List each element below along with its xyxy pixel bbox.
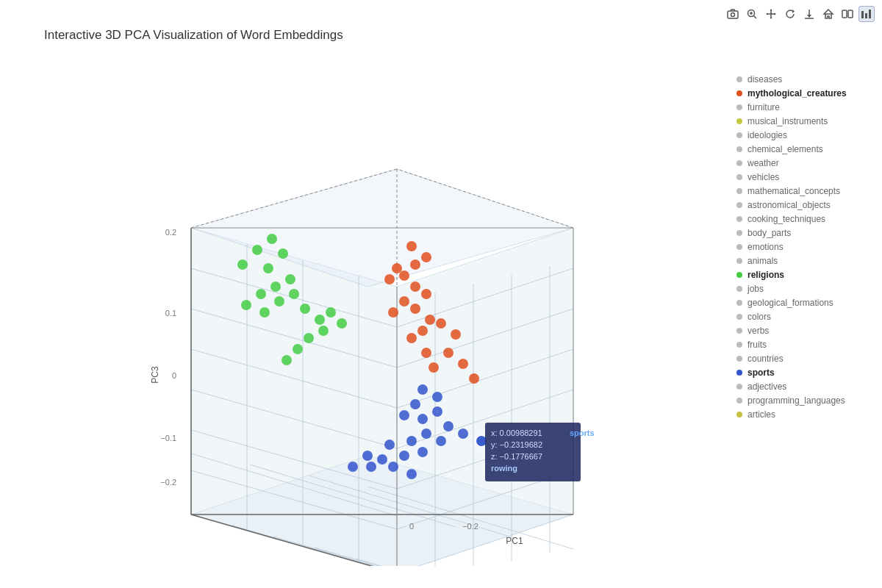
- legend-item-chemical_elements[interactable]: chemical_elements: [735, 143, 875, 155]
- download-icon[interactable]: [801, 6, 817, 22]
- legend-item-emotions[interactable]: emotions: [735, 241, 875, 253]
- legend-item-body_parts[interactable]: body_parts: [735, 227, 875, 239]
- svg-text:0: 0: [409, 522, 414, 531]
- legend-label-articles: articles: [747, 409, 775, 420]
- legend-dot-articles: [736, 412, 742, 417]
- legend-item-vehicles[interactable]: vehicles: [735, 171, 875, 183]
- svg-point-97: [421, 252, 431, 262]
- legend-label-geological_formations: geological_formations: [747, 298, 833, 308]
- legend-dot-sports: [736, 370, 742, 376]
- legend-dot-cooking_techniques: [736, 216, 742, 222]
- svg-point-121: [417, 414, 428, 424]
- legend-dot-chemical_elements: [736, 146, 742, 152]
- legend-item-articles[interactable]: articles: [735, 409, 875, 420]
- legend-item-sports[interactable]: sports: [735, 367, 875, 379]
- legend-item-ideologies[interactable]: ideologies: [735, 129, 875, 141]
- page-title: Interactive 3D PCA Visualization of Word…: [44, 28, 343, 43]
- legend-label-mythological_creatures: mythological_creatures: [747, 88, 847, 98]
- svg-point-136: [362, 451, 373, 461]
- legend-item-fruits[interactable]: fruits: [735, 339, 875, 351]
- svg-point-93: [304, 333, 314, 343]
- legend-dot-body_parts: [736, 230, 742, 236]
- svg-point-118: [432, 392, 442, 402]
- svg-text:0.2: 0.2: [165, 228, 176, 237]
- legend-item-colors[interactable]: colors: [735, 311, 875, 323]
- svg-text:PC3: PC3: [150, 366, 160, 384]
- legend-item-furniture[interactable]: furniture: [735, 101, 875, 113]
- zoom-icon[interactable]: [744, 6, 760, 22]
- legend-item-geological_formations[interactable]: geological_formations: [735, 297, 875, 309]
- legend-item-astronomical_objects[interactable]: astronomical_objects: [735, 199, 875, 211]
- svg-rect-19: [861, 11, 864, 18]
- legend-dot-colors: [736, 314, 742, 320]
- legend-dot-astronomical_objects: [736, 202, 742, 208]
- svg-line-3: [754, 16, 757, 19]
- legend-item-religions[interactable]: religions: [735, 269, 875, 281]
- svg-point-87: [289, 289, 299, 299]
- legend-dot-verbs: [736, 328, 742, 334]
- svg-point-1: [731, 13, 735, 17]
- svg-point-113: [458, 359, 468, 369]
- svg-marker-9: [770, 18, 772, 20]
- svg-marker-12: [792, 10, 795, 13]
- svg-text:sports: sports: [570, 429, 595, 437]
- svg-point-95: [282, 355, 292, 365]
- svg-point-86: [274, 296, 284, 306]
- svg-point-128: [384, 440, 395, 450]
- svg-marker-11: [775, 13, 777, 15]
- legend-dot-religions: [736, 272, 742, 278]
- legend-item-weather[interactable]: weather: [735, 157, 875, 169]
- pan-icon[interactable]: [763, 6, 779, 22]
- legend-item-adjectives[interactable]: adjectives: [735, 381, 875, 392]
- camera-icon[interactable]: [725, 6, 741, 22]
- legend-dot-weather: [736, 160, 742, 166]
- legend-item-musical_instruments[interactable]: musical_instruments: [735, 115, 875, 127]
- svg-point-127: [399, 451, 409, 461]
- legend-label-musical_instruments: musical_instruments: [747, 116, 828, 126]
- legend-item-mathematical_concepts[interactable]: mathematical_concepts: [735, 185, 875, 197]
- svg-text:−0.2: −0.2: [462, 522, 478, 531]
- chart-area[interactable]: 0.2 0.1 0 −0.1 −0.2 PC3 0 −0.2 PC1 0.2 0…: [15, 59, 720, 566]
- legend-label-body_parts: body_parts: [747, 228, 791, 238]
- svg-point-92: [318, 326, 329, 336]
- legend-label-weather: weather: [747, 158, 779, 168]
- svg-point-107: [425, 315, 435, 325]
- chart-icon[interactable]: [858, 6, 875, 22]
- svg-text:−0.2: −0.2: [160, 478, 176, 487]
- legend-label-ideologies: ideologies: [747, 130, 787, 140]
- svg-text:PC1: PC1: [506, 536, 523, 546]
- legend-dot-countries: [736, 356, 742, 362]
- legend-item-countries[interactable]: countries: [735, 353, 875, 365]
- legend-label-vehicles: vehicles: [747, 172, 779, 182]
- svg-point-119: [410, 399, 420, 409]
- legend-item-jobs[interactable]: jobs: [735, 283, 875, 295]
- svg-rect-20: [865, 13, 867, 18]
- svg-point-90: [326, 307, 336, 318]
- svg-point-126: [417, 447, 428, 457]
- reset-icon[interactable]: [782, 6, 798, 22]
- svg-point-123: [421, 429, 431, 439]
- svg-rect-18: [848, 10, 853, 18]
- legend-item-verbs[interactable]: verbs: [735, 325, 875, 337]
- svg-point-91: [337, 318, 347, 329]
- svg-point-105: [388, 307, 398, 318]
- legend-item-diseases[interactable]: diseases: [735, 74, 875, 85]
- legend-label-cooking_techniques: cooking_techniques: [747, 214, 825, 224]
- svg-point-98: [410, 259, 420, 270]
- svg-point-77: [267, 234, 277, 244]
- svg-marker-10: [766, 13, 768, 15]
- svg-point-124: [406, 436, 417, 446]
- legend-item-programming_languages[interactable]: programming_languages: [735, 395, 875, 406]
- svg-point-106: [410, 304, 420, 314]
- legend-item-mythological_creatures[interactable]: mythological_creatures: [735, 87, 875, 99]
- home-icon[interactable]: [820, 6, 836, 22]
- svg-point-109: [406, 333, 417, 343]
- compare-icon[interactable]: [839, 6, 856, 22]
- svg-point-132: [348, 462, 358, 472]
- legend-dot-furniture: [736, 104, 742, 110]
- legend-item-animals[interactable]: animals: [735, 255, 875, 267]
- legend-label-animals: animals: [747, 256, 778, 266]
- svg-point-108: [417, 326, 428, 336]
- legend-label-colors: colors: [747, 312, 771, 322]
- legend-item-cooking_techniques[interactable]: cooking_techniques: [735, 213, 875, 225]
